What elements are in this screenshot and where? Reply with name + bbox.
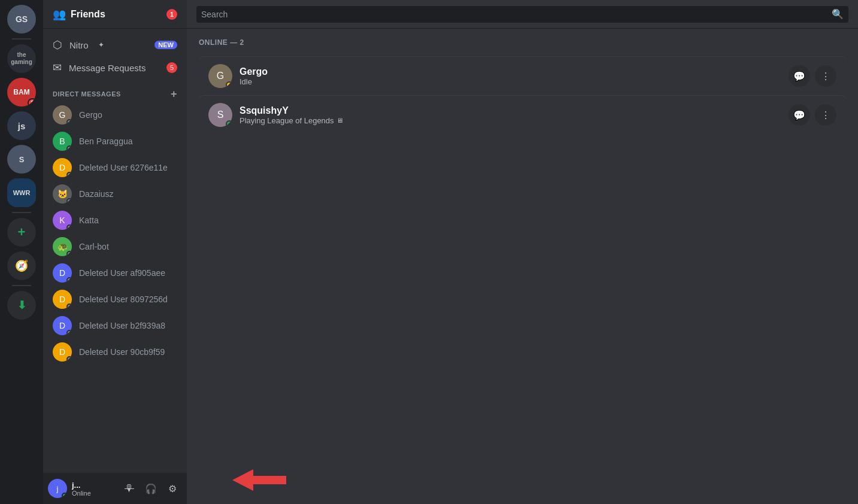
- carlbot-status-dot: [66, 251, 72, 256]
- friend-more-button-ssquishy[interactable]: ⋮: [815, 104, 836, 126]
- server-icon-js[interactable]: js: [7, 111, 36, 140]
- explore-servers-button[interactable]: 🧭: [7, 251, 36, 280]
- server-sidebar: GS thegaming BAM 2 js S WWR + 🧭 ⬇: [0, 0, 43, 504]
- user-controls: 🎙 🎧 ⚙: [120, 479, 182, 498]
- dm-avatar-deleted2: D: [53, 263, 72, 283]
- deleted5-status-dot: [66, 356, 72, 362]
- dm-section-header: DIRECT MESSAGES +: [48, 79, 182, 102]
- friend-status-ssquishy: Playing League of Legends 🖥: [239, 116, 789, 125]
- dm-avatar-gergo: G: [53, 105, 72, 125]
- dm-item-deleted1[interactable]: D Deleted User 6276e11e: [48, 154, 182, 181]
- dm-avatar-carlbot: 🐢: [53, 237, 72, 256]
- dm-avatar-deleted5: D: [53, 342, 72, 362]
- server-icon-bam[interactable]: BAM 2: [7, 78, 36, 107]
- friends-nav-item[interactable]: 👥 Friends 1: [53, 8, 177, 21]
- dm-avatar-deleted3: D: [53, 290, 72, 309]
- online-header: ONLINE — 2: [199, 38, 846, 47]
- deafen-button[interactable]: 🎧: [141, 479, 160, 498]
- sidebar-separator: [12, 38, 31, 40]
- dm-item-deleted4[interactable]: D Deleted User b2f939a8: [48, 312, 182, 339]
- dm-name-deleted3: Deleted User 8097256d: [79, 294, 168, 304]
- server-icon-gaming[interactable]: thegaming: [7, 44, 36, 73]
- mute-button[interactable]: 🎙: [120, 479, 139, 498]
- gergo-status-dot: [66, 119, 72, 125]
- friends-list: ONLINE — 2 G Gergo Idle 💬 ⋮: [187, 29, 858, 504]
- friend-more-button-gergo[interactable]: ⋮: [815, 65, 836, 87]
- user-panel: j j... Online 🎙 🎧 ⚙: [43, 473, 187, 504]
- message-requests-icon: ✉: [53, 61, 62, 74]
- nav-items: ⬡ Nitro ✦ NEW ✉ Message Requests 5 DIREC…: [43, 29, 187, 473]
- user-info: j... Online: [72, 481, 115, 497]
- game-icon: 🖥: [336, 117, 343, 124]
- dm-name-gergo: Gergo: [79, 110, 102, 120]
- deleted4-status-dot: [66, 330, 72, 335]
- settings-button[interactable]: ⚙: [163, 479, 182, 498]
- download-button[interactable]: ⬇: [7, 291, 36, 320]
- dm-name-deleted2: Deleted User af905aee: [79, 268, 165, 278]
- dm-item-gergo[interactable]: G Gergo: [48, 102, 182, 128]
- friend-item-ssquishy[interactable]: S SsquishyY Playing League of Legends 🖥 …: [199, 95, 846, 134]
- nitro-badge: NEW: [154, 41, 177, 49]
- gergo-online-status: [226, 81, 232, 88]
- dm-name-deleted4: Deleted User b2f939a8: [79, 321, 165, 330]
- nitro-label: Nitro: [69, 40, 89, 50]
- dm-item-katta[interactable]: K Katta: [48, 207, 182, 233]
- friend-message-button-gergo[interactable]: 💬: [789, 65, 810, 87]
- dm-name-dazaiusz: Dazaiusz: [79, 189, 114, 199]
- nitro-nav-item[interactable]: ⬡ Nitro ✦ NEW: [48, 34, 182, 56]
- friend-avatar-gergo: G: [208, 64, 232, 88]
- dm-item-dazaiusz[interactable]: 🐱 Dazaiusz: [48, 181, 182, 207]
- message-requests-label: Message Requests: [69, 63, 145, 73]
- sidebar-separator-3: [12, 285, 31, 286]
- ben-status-dot: [66, 145, 72, 151]
- nitro-icon: ⬡: [53, 38, 62, 51]
- server-icon-s[interactable]: S: [7, 145, 36, 174]
- sparkle-icon: ✦: [98, 41, 104, 49]
- server-icon-gs[interactable]: GS: [7, 5, 36, 34]
- dm-item-deleted5[interactable]: D Deleted User 90cb9f59: [48, 339, 182, 365]
- server-icon-wwr[interactable]: WWR: [7, 178, 36, 207]
- dm-item-ben[interactable]: B Ben Paraggua: [48, 128, 182, 154]
- add-server-button[interactable]: +: [7, 218, 36, 247]
- search-bar[interactable]: Search 🔍: [196, 6, 848, 23]
- friend-actions-ssquishy: 💬 ⋮: [789, 104, 836, 126]
- server-badge-bam: 2: [28, 98, 36, 107]
- dm-avatar-deleted4: D: [53, 316, 72, 335]
- dm-section-label: DIRECT MESSAGES: [53, 90, 121, 98]
- dm-item-deleted3[interactable]: D Deleted User 8097256d: [48, 286, 182, 312]
- main-content: Search 🔍 ONLINE — 2 G Gergo Idle 💬: [187, 0, 858, 504]
- friend-status-gergo: Idle: [239, 77, 789, 86]
- search-placeholder: Search: [201, 10, 827, 19]
- user-status-text: Online: [72, 490, 115, 497]
- dm-name-ben: Ben Paraggua: [79, 136, 133, 146]
- message-requests-badge: 5: [166, 62, 177, 73]
- dm-name-deleted5: Deleted User 90cb9f59: [79, 347, 165, 357]
- dm-name-deleted1: Deleted User 6276e11e: [79, 163, 168, 172]
- friend-item-gergo[interactable]: G Gergo Idle 💬 ⋮: [199, 56, 846, 95]
- deleted1-status-dot: [66, 172, 72, 177]
- friends-icon: 👥: [53, 8, 66, 21]
- dm-avatar-dazaiusz: 🐱: [53, 184, 72, 204]
- friend-avatar-ssquishy: S: [208, 103, 232, 127]
- deleted2-status-dot: [66, 277, 72, 283]
- friends-label: Friends: [71, 9, 105, 20]
- deleted3-status-dot: [66, 303, 72, 309]
- dm-avatar-ben: B: [53, 132, 72, 151]
- dm-avatar-katta: K: [53, 211, 72, 230]
- dm-item-deleted2[interactable]: D Deleted User af905aee: [48, 260, 182, 286]
- dm-avatar-deleted1: D: [53, 158, 72, 177]
- channel-header: 👥 Friends 1: [43, 0, 187, 29]
- friend-info-gergo: Gergo Idle: [239, 66, 789, 86]
- friend-name-ssquishy: SsquishyY: [239, 105, 789, 116]
- user-name: j...: [72, 481, 115, 490]
- add-dm-button[interactable]: +: [171, 89, 177, 99]
- message-requests-nav-item[interactable]: ✉ Message Requests 5: [48, 56, 182, 79]
- friend-message-button-ssquishy[interactable]: 💬: [789, 104, 810, 126]
- dm-name-katta: Katta: [79, 215, 99, 225]
- dm-item-carlbot[interactable]: 🐢 Carl-bot: [48, 233, 182, 260]
- dazaiusz-status-dot: [66, 198, 72, 204]
- channel-sidebar: 👥 Friends 1 ⬡ Nitro ✦ NEW ✉ Message Requ…: [43, 0, 187, 504]
- user-avatar: j: [48, 479, 67, 498]
- main-header: Search 🔍: [187, 0, 858, 29]
- user-status-dot: [62, 493, 67, 498]
